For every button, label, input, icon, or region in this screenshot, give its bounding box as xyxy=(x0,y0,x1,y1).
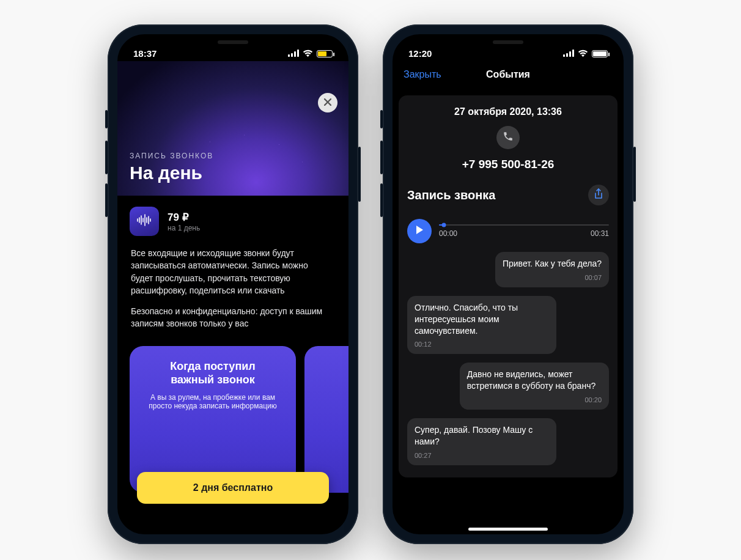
message-text: Супер, давай. Позову Машу с нами? xyxy=(415,424,549,448)
waveform-icon xyxy=(136,214,152,229)
seek-thumb[interactable] xyxy=(442,223,446,227)
price-row: 79 ₽ на 1 день xyxy=(117,196,348,241)
cellular-icon xyxy=(288,48,299,59)
message-text: Отлично. Спасибо, что ты интересуешься м… xyxy=(415,302,549,337)
nav-bar: Закрыть События xyxy=(393,61,624,88)
price-subtitle: на 1 день xyxy=(168,224,200,232)
card-subtitle: Адрес встреч xyxy=(318,393,348,402)
cellular-icon xyxy=(563,48,574,59)
seek-track[interactable] xyxy=(439,224,609,226)
event-pane: 27 октября 2020, 13:36 +7 995 500-81-26 … xyxy=(399,95,618,477)
phone-mockup-left: 18:37 ЗАПИСЬ ЗВО xyxy=(108,24,358,544)
feature-card-1[interactable]: Когда поступил важный звонок А вы за рул… xyxy=(130,346,296,493)
transcript-message: Привет. Как у тебя дела? 00:07 xyxy=(407,252,609,287)
time-total: 00:31 xyxy=(591,229,609,238)
transcript: Привет. Как у тебя дела? 00:07 Отлично. … xyxy=(407,252,609,465)
close-link[interactable]: Закрыть xyxy=(404,69,441,80)
message-time: 00:20 xyxy=(467,396,602,405)
feature-card-2[interactable]: Нуж дет Адрес встреч xyxy=(304,346,348,493)
wifi-icon xyxy=(303,48,313,59)
status-time: 12:20 xyxy=(408,48,432,59)
home-indicator[interactable] xyxy=(468,528,548,531)
wifi-icon xyxy=(578,48,588,59)
app-icon xyxy=(130,207,159,236)
call-type-badge xyxy=(496,126,520,149)
price-value: 79 ₽ xyxy=(168,211,200,224)
time-current: 00:00 xyxy=(439,229,457,238)
transcript-message: Давно не виделись, может встретимся в су… xyxy=(407,363,609,410)
cta-button[interactable]: 2 дня бесплатно xyxy=(137,472,329,504)
transcript-message: Отлично. Спасибо, что ты интересуешься м… xyxy=(407,296,609,355)
recording-title: Запись звонка xyxy=(407,188,495,202)
message-text: Давно не виделись, может встретимся в су… xyxy=(467,369,602,392)
phone-number: +7 995 500-81-26 xyxy=(407,158,609,171)
svg-rect-3 xyxy=(297,50,299,57)
description-paragraph-1: Все входящие и исходящие звонки будут за… xyxy=(131,247,331,297)
battery-icon xyxy=(317,50,333,57)
message-text: Привет. Как у тебя дела? xyxy=(503,258,602,270)
svg-rect-2 xyxy=(294,51,296,57)
phone-mockup-right: 12:20 Закрыть События 27 октября 202 xyxy=(383,24,633,544)
svg-rect-16 xyxy=(563,54,565,57)
svg-rect-17 xyxy=(566,53,568,57)
svg-rect-1 xyxy=(291,53,293,57)
status-time: 18:37 xyxy=(133,48,157,59)
transcript-message: Супер, давай. Позову Машу с нами? 00:27 xyxy=(407,418,609,465)
card-title-line2: важный звонок xyxy=(171,374,255,386)
card-subtitle: А вы за рулем, на пробежке или вам прост… xyxy=(143,393,282,410)
message-time: 00:27 xyxy=(415,451,549,460)
hero-eyebrow: ЗАПИСЬ ЗВОНКОВ xyxy=(130,152,336,160)
battery-icon xyxy=(592,50,608,57)
hero-banner: ЗАПИСЬ ЗВОНКОВ На день xyxy=(117,61,348,196)
close-button[interactable] xyxy=(318,93,337,112)
cta-label: 2 дня бесплатно xyxy=(193,482,273,493)
hero-title: На день xyxy=(130,163,336,183)
phone-icon xyxy=(503,131,514,144)
share-button[interactable] xyxy=(588,185,609,205)
description-paragraph-2: Безопасно и конфиденциально: доступ к ва… xyxy=(131,305,331,330)
description: Все входящие и исходящие звонки будут за… xyxy=(117,241,348,330)
close-icon xyxy=(324,97,331,108)
audio-player: 00:00 00:31 xyxy=(407,219,609,243)
play-button[interactable] xyxy=(407,219,432,243)
message-time: 00:07 xyxy=(503,273,602,282)
svg-rect-19 xyxy=(572,50,574,57)
nav-title: События xyxy=(486,69,530,80)
call-date: 27 октября 2020, 13:36 xyxy=(407,106,609,117)
share-icon xyxy=(594,188,603,202)
card-title-line1: Когда поступил xyxy=(170,360,256,372)
svg-rect-18 xyxy=(569,51,571,57)
svg-rect-0 xyxy=(288,54,290,57)
feature-cards[interactable]: Когда поступил важный звонок А вы за рул… xyxy=(117,330,348,493)
play-icon xyxy=(415,225,424,237)
message-time: 00:12 xyxy=(415,340,549,349)
